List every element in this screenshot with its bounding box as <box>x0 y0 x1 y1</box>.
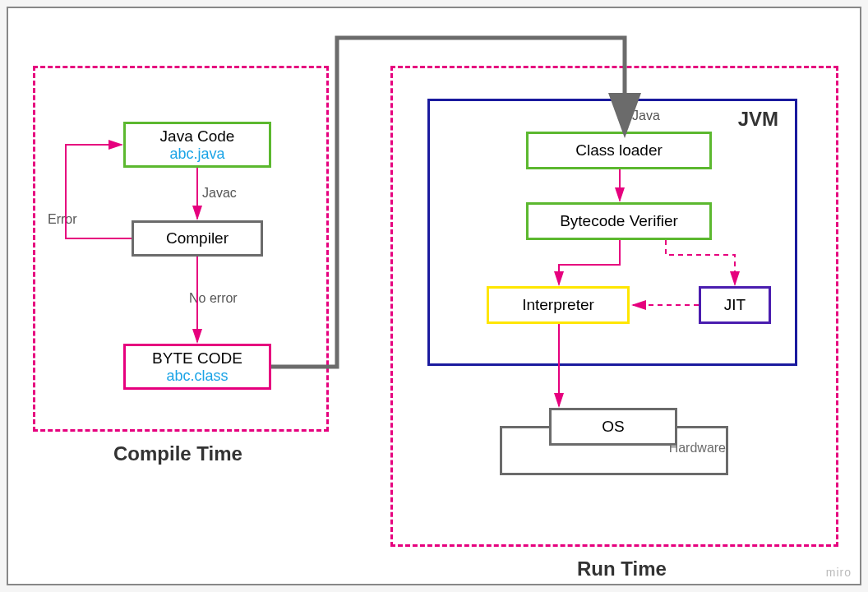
classloader-node: Class loader <box>526 132 712 169</box>
javac-label: Javac <box>202 186 237 201</box>
watermark: miro <box>826 566 852 579</box>
bytecode-file: abc.class <box>166 368 228 385</box>
bytecode-label: BYTE CODE <box>152 349 242 368</box>
verifier-label: Bytecode Verifier <box>560 212 678 230</box>
jvm-label: JVM <box>738 108 778 131</box>
verifier-node: Bytecode Verifier <box>526 202 712 240</box>
jit-node: JIT <box>699 286 771 324</box>
jit-label: JIT <box>724 296 746 314</box>
bytecode-node: BYTE CODE abc.class <box>123 344 271 390</box>
java-code-file: abc.java <box>169 146 224 163</box>
run-time-title: Run Time <box>577 557 667 580</box>
diagram-frame: JVM Java Code abc.java Compiler BYTE COD… <box>7 7 861 585</box>
java-label: Java <box>632 109 660 123</box>
java-code-node: Java Code abc.java <box>123 122 271 168</box>
interpreter-label: Interpreter <box>522 296 594 314</box>
error-label: Error <box>48 212 77 227</box>
interpreter-node: Interpreter <box>487 286 630 324</box>
os-label: OS <box>602 418 624 436</box>
classloader-label: Class loader <box>575 141 663 160</box>
compiler-label: Compiler <box>166 229 229 247</box>
compiler-node: Compiler <box>132 220 263 257</box>
hardware-label: Hardware <box>669 441 726 456</box>
compile-time-title: Compile Time <box>113 442 242 465</box>
java-code-label: Java Code <box>160 127 235 146</box>
noerror-label: No error <box>189 291 238 306</box>
os-node: OS <box>549 408 677 446</box>
